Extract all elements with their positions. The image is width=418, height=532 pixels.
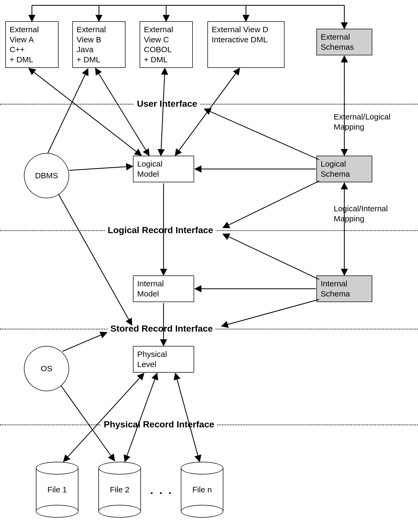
box-external-view-b: ExternalView BJava+ DML xyxy=(72,21,126,68)
svg-line-23 xyxy=(62,333,106,351)
label-logical-internal-mapping: Logical/InternalMapping xyxy=(334,204,388,224)
box-internal-model: InternalModel xyxy=(133,275,194,302)
svg-line-16 xyxy=(223,234,319,279)
svg-line-20 xyxy=(48,69,88,153)
svg-line-17 xyxy=(222,299,319,326)
svg-line-11 xyxy=(205,109,319,160)
label-file-n: File n xyxy=(192,485,212,494)
svg-line-6 xyxy=(29,69,141,155)
svg-line-9 xyxy=(175,69,239,155)
box-external-view-c: ExternalView CCOBOL+ DML xyxy=(140,21,193,68)
svg-line-27 xyxy=(175,374,199,461)
svg-line-26 xyxy=(125,374,157,461)
cylinder-file-n: File n xyxy=(181,462,223,518)
circle-dbms: DBMS xyxy=(24,153,69,198)
svg-line-7 xyxy=(96,69,149,155)
cylinder-file-1: File 1 xyxy=(36,462,78,518)
circle-os: OS xyxy=(24,346,69,391)
label-dbms: DBMS xyxy=(35,171,58,180)
svg-line-22 xyxy=(58,194,132,325)
svg-line-8 xyxy=(161,69,165,155)
box-logical-model: LogicalModel xyxy=(133,156,194,182)
svg-line-12 xyxy=(223,181,319,228)
box-external-view-a: ExternalView AC+++ DML xyxy=(5,21,58,68)
label-user-interface: User Interface xyxy=(134,98,200,109)
label-external-logical-mapping: External/LogicalMapping xyxy=(334,112,390,132)
svg-line-25 xyxy=(64,374,144,461)
box-external-schemas: ExternalSchemas xyxy=(316,29,372,55)
svg-line-21 xyxy=(69,166,132,170)
label-os: OS xyxy=(41,364,52,373)
box-physical-level: PhysicalLevel xyxy=(133,346,194,373)
cylinder-file-2: File 2 xyxy=(98,462,141,518)
label-file-1: File 1 xyxy=(47,485,67,494)
ellipsis: . . . xyxy=(150,484,173,496)
arrows-layer xyxy=(0,0,418,532)
label-file-2: File 2 xyxy=(110,485,129,494)
box-internal-schema: InternalSchema xyxy=(316,275,372,302)
box-external-view-d: External View DInteractive DML xyxy=(207,21,285,68)
label-stored-record-interface: Stored Record Interface xyxy=(108,323,215,334)
box-logical-schema: LogicalSchema xyxy=(316,156,372,182)
divider-user-interface xyxy=(0,104,418,105)
label-physical-record-interface: Physical Record Interface xyxy=(101,419,217,430)
label-logical-record-interface: Logical Record Interface xyxy=(105,225,216,235)
